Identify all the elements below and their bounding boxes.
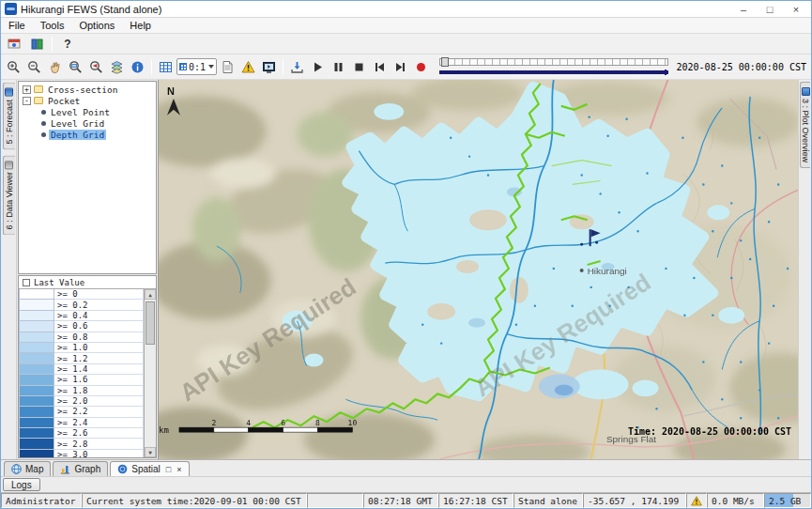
scrollbar-track[interactable] bbox=[145, 300, 156, 447]
legend-swatch bbox=[19, 418, 54, 428]
record-button[interactable] bbox=[411, 57, 431, 77]
tab-graph[interactable]: Graph bbox=[53, 461, 108, 476]
minimize-button[interactable]: – bbox=[730, 2, 757, 17]
status-memory[interactable]: 2.5 GB bbox=[764, 493, 811, 508]
app-icon bbox=[5, 3, 17, 15]
map-canvas[interactable]: Hikurangi Springs Flat API Key Required … bbox=[159, 80, 798, 459]
grid-display-button[interactable] bbox=[156, 57, 176, 77]
zoom-in-button[interactable] bbox=[4, 57, 23, 77]
legend-swatch bbox=[19, 289, 54, 300]
legend-label: >= 1.2 bbox=[54, 353, 144, 363]
legend-row[interactable]: >= 1.2 bbox=[19, 353, 144, 363]
stop-button[interactable] bbox=[349, 57, 369, 77]
import-data-button[interactable] bbox=[4, 35, 24, 53]
legend-row[interactable]: >= 0.6 bbox=[19, 321, 144, 332]
tree-item-level-grid[interactable]: Level Grid bbox=[19, 117, 156, 129]
scrollbar-thumb[interactable] bbox=[146, 301, 155, 345]
legend-row[interactable]: >= 2.8 bbox=[19, 439, 144, 449]
expand-icon[interactable]: + bbox=[23, 85, 31, 94]
menu-help[interactable]: Help bbox=[122, 19, 159, 32]
status-coordinates: -35.657 , 174.199 bbox=[583, 493, 686, 508]
legend-row[interactable]: >= 2.4 bbox=[19, 418, 144, 428]
window-title: Hikurangi FEWS (Stand alone) bbox=[21, 4, 730, 15]
logs-button[interactable]: Logs bbox=[3, 478, 40, 491]
map-time-label: Time: 2020-08-25 00:00:00 CST bbox=[628, 426, 791, 437]
legend-swatch bbox=[19, 450, 54, 457]
scroll-up-icon[interactable]: ▲ bbox=[145, 289, 156, 300]
time-step-icon bbox=[179, 63, 187, 70]
scroll-down-icon[interactable]: ▼ bbox=[145, 447, 156, 457]
play-button[interactable] bbox=[308, 57, 328, 77]
time-step-combo[interactable]: 0:1 bbox=[176, 58, 217, 75]
tree-item-cross-section[interactable]: + Cross-section bbox=[19, 84, 156, 95]
spatial-tab-label: Spatial bbox=[131, 464, 161, 474]
go-to-start-button[interactable] bbox=[370, 57, 390, 77]
pan-hand-icon bbox=[48, 60, 62, 74]
legend-label: >= 2.6 bbox=[54, 428, 144, 439]
legend-row[interactable]: >= 0 bbox=[19, 289, 144, 300]
monitor-icon bbox=[262, 60, 276, 74]
tab-forecast[interactable]: 5 : Forecast bbox=[3, 83, 15, 150]
animation-button[interactable] bbox=[259, 57, 279, 77]
tree-item-depth-grid[interactable]: Depth Grid bbox=[19, 129, 156, 140]
export-animation-button[interactable] bbox=[287, 57, 307, 77]
legend-row[interactable]: >= 1.6 bbox=[19, 375, 144, 385]
plot-overview-tab-icon bbox=[802, 87, 810, 96]
tab-close-button[interactable]: × bbox=[176, 465, 181, 474]
menu-file[interactable]: File bbox=[1, 19, 33, 32]
timeline-thumb[interactable] bbox=[441, 57, 449, 67]
zoom-previous-button[interactable] bbox=[86, 57, 106, 77]
zoom-to-region-button[interactable] bbox=[66, 57, 85, 77]
tree-item-pocket[interactable]: - Pocket bbox=[19, 95, 156, 106]
folder-icon bbox=[34, 97, 43, 104]
go-to-end-button[interactable] bbox=[391, 57, 410, 77]
legend-row[interactable]: >= 2.0 bbox=[19, 396, 144, 407]
tab-restore-button[interactable]: □ bbox=[166, 465, 171, 474]
current-time-display: 2020-08-25 00:00:00 CST bbox=[677, 62, 806, 72]
main-toolbar: ? bbox=[1, 34, 811, 54]
pan-button[interactable] bbox=[45, 57, 65, 77]
legend-label: >= 0.2 bbox=[54, 300, 144, 310]
maximize-button[interactable]: □ bbox=[757, 2, 783, 17]
legend-label: >= 0.4 bbox=[54, 311, 144, 321]
tab-spatial[interactable]: Spatial □ × bbox=[110, 461, 189, 476]
profile-display-button[interactable] bbox=[218, 57, 237, 77]
legend-scrollbar[interactable]: ▲ ▼ bbox=[144, 289, 156, 457]
zoom-out-button[interactable] bbox=[24, 57, 44, 77]
menu-tools[interactable]: Tools bbox=[33, 19, 72, 32]
legend-swatch bbox=[19, 386, 54, 396]
close-button[interactable]: × bbox=[783, 2, 809, 17]
legend-row[interactable]: >= 1.0 bbox=[19, 343, 144, 353]
tab-map[interactable]: Map bbox=[4, 461, 51, 476]
legend-row[interactable]: >= 3.0 bbox=[19, 450, 144, 457]
layers-button[interactable] bbox=[107, 57, 127, 77]
legend-row[interactable]: >= 0.4 bbox=[19, 311, 144, 321]
tab-plot-overview[interactable]: 3 : Plot Overview bbox=[800, 82, 810, 168]
books-icon bbox=[30, 37, 44, 51]
tree-item-label: Pocket bbox=[46, 96, 82, 106]
legend-row[interactable]: >= 2.6 bbox=[19, 428, 144, 439]
chart-icon bbox=[60, 464, 70, 474]
legend-row[interactable]: >= 1.8 bbox=[19, 386, 144, 396]
status-warning[interactable] bbox=[686, 493, 707, 508]
timeline-slider[interactable] bbox=[439, 56, 667, 77]
legend-row[interactable]: >= 2.2 bbox=[19, 407, 144, 417]
pause-button[interactable] bbox=[329, 57, 348, 77]
legend-row[interactable]: >= 0.2 bbox=[19, 300, 144, 310]
stop-icon bbox=[352, 60, 366, 74]
legend-label: >= 2.2 bbox=[54, 407, 144, 417]
info-button[interactable] bbox=[128, 57, 147, 77]
legend-body: >= 0 >= 0.2 >= 0.4 >= 0.6 >= 0.8 >= 1.0 … bbox=[19, 289, 156, 457]
help-button[interactable]: ? bbox=[57, 35, 78, 53]
thresholds-button[interactable] bbox=[238, 57, 258, 77]
tab-data-viewer[interactable]: 6 : Data Viewer bbox=[3, 155, 15, 235]
open-explorer-button[interactable] bbox=[26, 35, 47, 53]
collapse-icon[interactable]: - bbox=[23, 97, 31, 105]
tree-item-level-point[interactable]: Level Point bbox=[19, 106, 156, 117]
last-value-checkbox[interactable] bbox=[23, 279, 30, 286]
menu-options[interactable]: Options bbox=[71, 19, 122, 32]
timeline-track[interactable] bbox=[439, 58, 667, 66]
legend-row[interactable]: >= 0.8 bbox=[19, 332, 144, 343]
legend-row[interactable]: >= 1.4 bbox=[19, 364, 144, 375]
place-label-hikurangi: Hikurangi bbox=[588, 266, 627, 276]
